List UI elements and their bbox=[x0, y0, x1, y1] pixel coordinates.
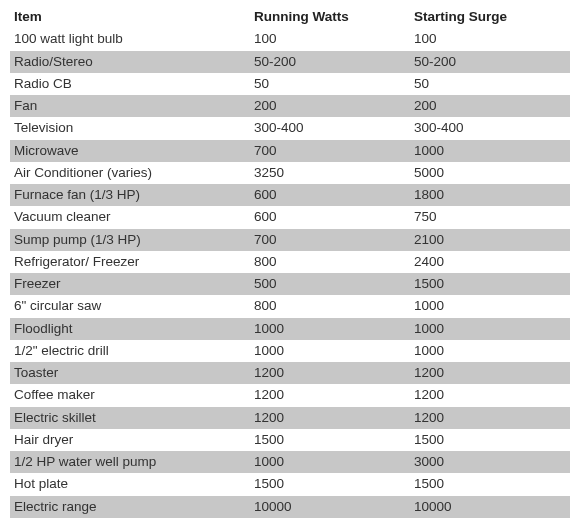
table-row: Refrigerator/ Freezer8002400 bbox=[10, 251, 570, 273]
cell-item: 1/2" electric drill bbox=[10, 340, 250, 362]
cell-starting-surge: 1200 bbox=[410, 362, 570, 384]
table-row: Floodlight10001000 bbox=[10, 318, 570, 340]
table-row: Fan200200 bbox=[10, 95, 570, 117]
cell-running-watts: 1000 bbox=[250, 318, 410, 340]
cell-running-watts: 700 bbox=[250, 229, 410, 251]
table-row: Electric skillet12001200 bbox=[10, 407, 570, 429]
cell-running-watts: 1500 bbox=[250, 429, 410, 451]
cell-running-watts: 700 bbox=[250, 140, 410, 162]
cell-starting-surge: 750 bbox=[410, 206, 570, 228]
cell-running-watts: 50-200 bbox=[250, 51, 410, 73]
cell-starting-surge: 5000 bbox=[410, 162, 570, 184]
table-row: Freezer5001500 bbox=[10, 273, 570, 295]
cell-item: Television bbox=[10, 117, 250, 139]
header-surge: Starting Surge bbox=[410, 6, 570, 28]
cell-item: 1/2 HP water well pump bbox=[10, 451, 250, 473]
table-row: Electric range1000010000 bbox=[10, 496, 570, 518]
table-row: 6" circular saw8001000 bbox=[10, 295, 570, 317]
table-row: Radio CB5050 bbox=[10, 73, 570, 95]
cell-item: Floodlight bbox=[10, 318, 250, 340]
header-item: Item bbox=[10, 6, 250, 28]
table-row: Vacuum cleaner600750 bbox=[10, 206, 570, 228]
table-row: 100 watt light bulb100100 bbox=[10, 28, 570, 50]
cell-starting-surge: 200 bbox=[410, 95, 570, 117]
cell-item: Electric range bbox=[10, 496, 250, 518]
table-row: Air Conditioner (varies)32505000 bbox=[10, 162, 570, 184]
wattage-table-container: Item Running Watts Starting Surge 100 wa… bbox=[0, 0, 576, 520]
cell-starting-surge: 2400 bbox=[410, 251, 570, 273]
cell-starting-surge: 1200 bbox=[410, 384, 570, 406]
cell-item: Fan bbox=[10, 95, 250, 117]
cell-running-watts: 600 bbox=[250, 184, 410, 206]
table-row: 1/2" electric drill10001000 bbox=[10, 340, 570, 362]
cell-starting-surge: 1000 bbox=[410, 340, 570, 362]
cell-running-watts: 500 bbox=[250, 273, 410, 295]
cell-running-watts: 1000 bbox=[250, 451, 410, 473]
cell-item: 6" circular saw bbox=[10, 295, 250, 317]
cell-item: Microwave bbox=[10, 140, 250, 162]
table-row: 1/2 HP water well pump10003000 bbox=[10, 451, 570, 473]
cell-running-watts: 50 bbox=[250, 73, 410, 95]
cell-starting-surge: 100 bbox=[410, 28, 570, 50]
cell-item: Hair dryer bbox=[10, 429, 250, 451]
cell-running-watts: 10000 bbox=[250, 496, 410, 518]
table-row: Radio/Stereo50-20050-200 bbox=[10, 51, 570, 73]
wattage-table: Item Running Watts Starting Surge 100 wa… bbox=[10, 6, 570, 520]
cell-starting-surge: 3000 bbox=[410, 451, 570, 473]
cell-item: Air Conditioner (varies) bbox=[10, 162, 250, 184]
cell-running-watts: 800 bbox=[250, 251, 410, 273]
table-body: 100 watt light bulb100100Radio/Stereo50-… bbox=[10, 28, 570, 520]
cell-running-watts: 300-400 bbox=[250, 117, 410, 139]
cell-running-watts: 1200 bbox=[250, 384, 410, 406]
table-row: Coffee maker12001200 bbox=[10, 384, 570, 406]
table-row: Microwave7001000 bbox=[10, 140, 570, 162]
cell-running-watts: 1200 bbox=[250, 362, 410, 384]
cell-starting-surge: 1800 bbox=[410, 184, 570, 206]
cell-running-watts: 3250 bbox=[250, 162, 410, 184]
table-row: Toaster12001200 bbox=[10, 362, 570, 384]
cell-running-watts: 1200 bbox=[250, 407, 410, 429]
cell-item: Sump pump (1/3 HP) bbox=[10, 229, 250, 251]
cell-starting-surge: 1200 bbox=[410, 407, 570, 429]
cell-starting-surge: 2100 bbox=[410, 229, 570, 251]
cell-item: Coffee maker bbox=[10, 384, 250, 406]
table-row: Hair dryer15001500 bbox=[10, 429, 570, 451]
table-row: Television300-400300-400 bbox=[10, 117, 570, 139]
cell-running-watts: 800 bbox=[250, 295, 410, 317]
cell-starting-surge: 1500 bbox=[410, 473, 570, 495]
table-row: Sump pump (1/3 HP)7002100 bbox=[10, 229, 570, 251]
cell-starting-surge: 50-200 bbox=[410, 51, 570, 73]
cell-item: Refrigerator/ Freezer bbox=[10, 251, 250, 273]
cell-starting-surge: 1000 bbox=[410, 295, 570, 317]
cell-item: Freezer bbox=[10, 273, 250, 295]
cell-item: Furnace fan (1/3 HP) bbox=[10, 184, 250, 206]
cell-item: Toaster bbox=[10, 362, 250, 384]
cell-item: 100 watt light bulb bbox=[10, 28, 250, 50]
cell-running-watts: 1000 bbox=[250, 340, 410, 362]
cell-item: Radio/Stereo bbox=[10, 51, 250, 73]
table-row: Furnace fan (1/3 HP)6001800 bbox=[10, 184, 570, 206]
cell-running-watts: 200 bbox=[250, 95, 410, 117]
cell-starting-surge: 1000 bbox=[410, 318, 570, 340]
cell-starting-surge: 1500 bbox=[410, 429, 570, 451]
cell-item: Vacuum cleaner bbox=[10, 206, 250, 228]
cell-item: Radio CB bbox=[10, 73, 250, 95]
cell-starting-surge: 10000 bbox=[410, 496, 570, 518]
cell-item: Hot plate bbox=[10, 473, 250, 495]
cell-running-watts: 1500 bbox=[250, 473, 410, 495]
table-row: Hot plate15001500 bbox=[10, 473, 570, 495]
cell-running-watts: 600 bbox=[250, 206, 410, 228]
cell-starting-surge: 1000 bbox=[410, 140, 570, 162]
header-running: Running Watts bbox=[250, 6, 410, 28]
cell-running-watts: 100 bbox=[250, 28, 410, 50]
cell-starting-surge: 300-400 bbox=[410, 117, 570, 139]
cell-item: Electric skillet bbox=[10, 407, 250, 429]
cell-starting-surge: 50 bbox=[410, 73, 570, 95]
cell-starting-surge: 1500 bbox=[410, 273, 570, 295]
table-header-row: Item Running Watts Starting Surge bbox=[10, 6, 570, 28]
